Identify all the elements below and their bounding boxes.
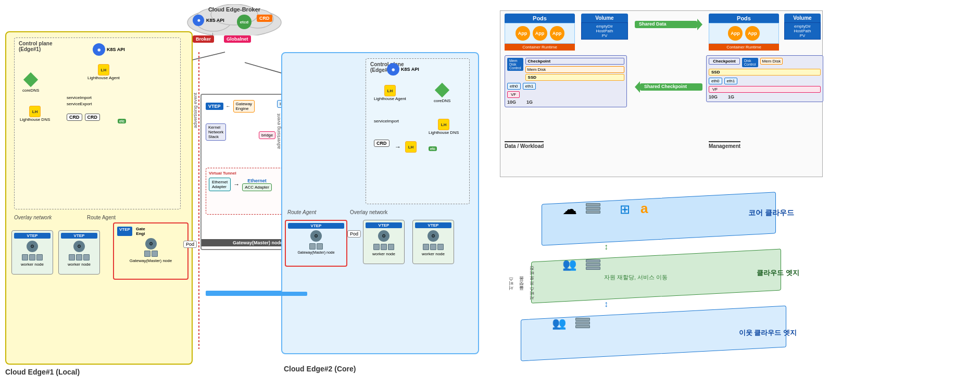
worker-node-2: VTEP ⚙ worker node <box>58 230 100 275</box>
cloud-edge1: advertising event Control plane(Edge#1) … <box>5 31 193 365</box>
management-container: Management <box>709 141 740 149</box>
k8sapi-cp1-label: K8S API <box>107 47 125 52</box>
advertising-event-1: advertising event <box>193 58 198 163</box>
k8s-logo-cp2: ⎈ <box>387 63 399 76</box>
service-import-cp2: serviceImport <box>374 119 399 123</box>
cubes-wn4 <box>415 244 451 250</box>
server-stack-core <box>586 203 600 214</box>
person-icon-neighbor: 👥 <box>552 317 566 330</box>
left-volume-label: Volume <box>581 14 628 22</box>
left-eth-row: eth0 eth1 <box>507 83 624 90</box>
right-speed-row: 10G 1G <box>709 94 821 99</box>
speed-10g-left: 10G <box>507 99 516 105</box>
vf-left: VF <box>507 91 520 98</box>
globalnet-box: Globalnet <box>224 35 251 43</box>
lh-dns-right: LH <box>405 141 417 153</box>
ethernet-acc-container: Ethernet ACC Adapter <box>242 178 272 191</box>
service-imports-cp1: serviceImport serviceExport <box>67 95 92 106</box>
k8sapi-cp2-label: K8S API <box>401 67 419 72</box>
speed-1g-left: 1G <box>526 99 533 105</box>
lighthouse-dns-label-cp1: Lighthouse DNS <box>20 117 50 122</box>
amazon-a-icon: a <box>640 201 648 217</box>
disk-ctrl-label: Disk Control <box>742 58 758 67</box>
cubes-wn1 <box>14 254 51 260</box>
app-circle-3: App <box>550 26 564 41</box>
etcd-small-cp1: etc <box>118 119 126 123</box>
neighbor-cloud-edge-label: 이웃 클라우드 엣지 <box>739 328 797 338</box>
etcd-cp2: etc <box>429 146 437 151</box>
coredns-label-cp2: coreDNS <box>434 98 450 103</box>
gateway-engine-label: Gateway Engine <box>236 102 253 111</box>
windows-icon: ⊞ <box>620 202 630 217</box>
broker-box: Broker <box>193 35 214 43</box>
etcd-container: etcd <box>237 15 252 29</box>
core-cloud-layer <box>542 192 776 246</box>
korean-diagram: 코어 클라우드 클라우드 엣지 자원 재할당, 서비스 이동 이웃 클라우드 엣… <box>500 188 807 380</box>
crd-box-cp2: CRD <box>374 140 390 147</box>
server-stack-neighbor <box>575 318 590 328</box>
worker-node-1: VTEP ⚙ worker node <box>11 230 53 275</box>
data-workload-container: Data / Workload <box>505 141 544 149</box>
left-pods-section: Pods App App App Container Runtime <box>505 14 575 51</box>
checkpoint-box-left: Checkpoint <box>525 58 624 65</box>
coredns-cp2: coreDNS <box>434 85 450 103</box>
cubes-wn2 <box>61 254 97 260</box>
gear-icon-wn2: ⚙ <box>73 241 85 252</box>
crd-box-2-cp1: CRD <box>85 114 100 121</box>
app-circle-r1: App <box>728 26 743 41</box>
cloud-edge1-label: Cloud Edge#1 (Local) <box>5 368 80 376</box>
right-ssd: SSD <box>709 69 821 76</box>
app-circle-2: App <box>533 26 547 41</box>
cubes-gm2 <box>288 243 344 250</box>
globalnet-container: Globalnet <box>224 35 251 43</box>
app-circle-r2: App <box>745 26 760 41</box>
service-import-cp1-label: serviceImport <box>67 95 92 100</box>
ssd-box-left: SSD <box>525 74 624 81</box>
checkpoint-box-right: Checkpoint <box>709 58 740 65</box>
left-mem-section: Mem Disk Control Checkpoint Mem Disk SSD… <box>505 55 627 107</box>
lighthouse-dns-cp2: LH Lighthouse DNS <box>429 119 459 135</box>
gear-icon-wn3: ⚙ <box>378 230 390 242</box>
cloud-edge-label-k: 클라우드 엣지 <box>757 268 799 278</box>
left-speed-row: 10G 1G <box>507 99 624 105</box>
lh-dns-icon-right: LH <box>405 141 417 153</box>
left-mem-disk-ctrl: Mem Disk Control <box>507 58 523 71</box>
gateway-engine-box: Gateway Engine <box>233 100 255 113</box>
k8s-logo-broker: ⎈ <box>193 15 204 26</box>
crd-arrow-cp2: → <box>395 143 401 151</box>
eth1-right: eth1 <box>724 78 738 84</box>
k8sapi-cp1: ⎈ K8S API <box>93 43 125 56</box>
lighthouse-agent-text-cp1: Lighthouse Agent <box>87 76 120 80</box>
overlay-network-label-2: Overlay network <box>350 209 387 215</box>
cloud-edge2-label: Cloud Edge#2 (Core) <box>284 365 356 373</box>
shared-data-text: Shared Data <box>639 21 667 27</box>
wn1-label: worker node <box>14 262 51 267</box>
right-volume-section: Volume emptyDir HostPath PV <box>784 14 821 40</box>
k8sapi-label: K8S API <box>206 18 224 23</box>
gear-icon-gm1: ⚙ <box>145 238 157 250</box>
worker-node-3: VTEP ⚙ worker node <box>363 220 405 264</box>
mem-disk-ctrl-label: Mem Disk Control <box>507 58 523 71</box>
app-circle-1: App <box>516 26 530 41</box>
cloud-broker-k8sapi: ⎈ K8S API <box>193 15 224 26</box>
vtep-detailed: VTEP <box>206 103 223 110</box>
shared-data-arrow-container: Shared Data <box>635 19 702 30</box>
route-agent-label-1: Route Agent <box>87 215 116 220</box>
svg-marker-10 <box>697 19 702 30</box>
service-provision-text: 서비스 프로비전 <box>529 269 535 304</box>
vtep-badge-gm1: VTEP <box>117 227 132 236</box>
vtep-badge-wn3: VTEP <box>366 222 402 228</box>
right-apps-row: App App <box>709 23 779 44</box>
vtunnel-arrow: → <box>233 181 240 188</box>
service-provision-vert: 서비스 프로비전 <box>529 229 535 344</box>
cp1-edge-label: (Edge#1) <box>19 46 41 52</box>
coredns-icon-cp2 <box>435 83 449 97</box>
gm2-label: Gateway(Master) node <box>288 251 344 254</box>
wn2-label: worker node <box>61 262 97 267</box>
right-volume-label: Volume <box>784 14 821 22</box>
resource-provision-label: 자원 재할당, 서비스 이동 <box>604 273 668 281</box>
volume-main-label: Volume <box>595 15 613 21</box>
left-checkpoint-area: Checkpoint Mem Disk SSD <box>525 58 624 81</box>
lighthouse-dns-icon-cp1: LH <box>29 106 41 117</box>
volume-type-right-text: emptyDir HostPath PV <box>786 24 819 38</box>
